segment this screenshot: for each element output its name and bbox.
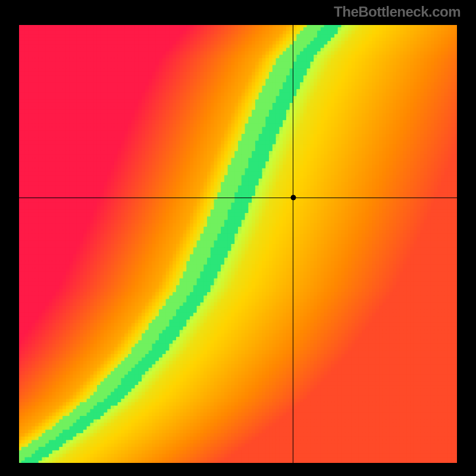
crosshair-vertical: [293, 24, 293, 464]
watermark-text: TheBottleneck.com: [334, 4, 461, 20]
heatmap-plot: [18, 24, 458, 464]
crosshair-horizontal: [18, 198, 458, 198]
heatmap-canvas: [18, 24, 458, 464]
selected-point-marker: [290, 195, 296, 201]
